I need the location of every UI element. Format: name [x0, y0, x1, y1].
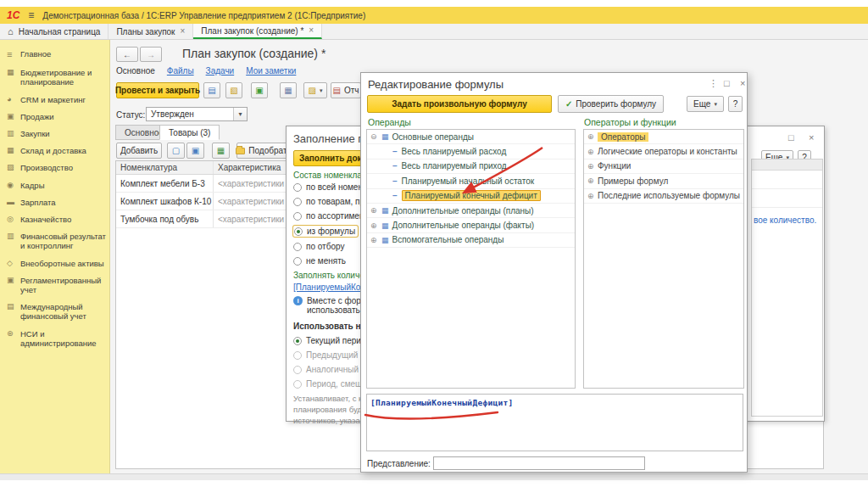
- cell-nomenclature[interactable]: Тумбочка под обувь: [116, 215, 213, 224]
- back-button[interactable]: ←: [116, 47, 138, 62]
- sources-list[interactable]: вое количество.: [751, 159, 823, 417]
- paste-row-button[interactable]: ▣: [186, 143, 204, 159]
- save-button[interactable]: ▤: [203, 82, 220, 98]
- list-item[interactable]: [752, 189, 822, 208]
- excel-button[interactable]: ▦: [212, 143, 230, 159]
- sidebar-item-finrezultat[interactable]: ▥Финансовый результат и контроллинг: [0, 229, 109, 253]
- reports-button[interactable]: ▤Отч: [331, 82, 361, 98]
- sidebar-item-reglament[interactable]: ▣Регламентированный учет: [0, 273, 109, 297]
- copy-row-button[interactable]: ▢: [167, 143, 185, 159]
- radio-no-change[interactable]: не менять: [293, 256, 346, 266]
- expand-icon[interactable]: ⊕: [587, 176, 598, 185]
- nav-link-main[interactable]: Основное: [116, 66, 155, 76]
- maximize-icon[interactable]: □: [724, 79, 730, 88]
- radio-from-formula[interactable]: из формулы: [293, 226, 358, 237]
- cell-nomenclature[interactable]: Комплект мебели Б-3: [116, 179, 213, 188]
- copy-create-button[interactable]: ▣: [251, 82, 268, 98]
- radio-by-filter[interactable]: по отбору: [293, 242, 344, 251]
- pick-items-button[interactable]: Подобрать: [236, 143, 291, 159]
- expand-icon[interactable]: ⊕: [587, 192, 598, 200]
- list-item[interactable]: [752, 171, 822, 189]
- operand-label: Весь планируемый расход: [402, 147, 507, 156]
- sidebar-item-nsi[interactable]: ⊛НСИ и администрирование: [0, 327, 109, 350]
- status-combobox[interactable]: Утвержден ▾: [146, 107, 248, 121]
- operand-total-income[interactable]: –Весь планируемый приход: [367, 160, 575, 174]
- formula-text-area[interactable]: [ПланируемыйКонечныйДефицит]: [366, 394, 743, 451]
- operators-label: Примеры формул: [598, 176, 668, 186]
- tab-purchase-plan-new[interactable]: План закупок (создание) * ×: [193, 24, 322, 39]
- expand-icon[interactable]: ⊕: [587, 162, 598, 171]
- operand-group-main[interactable]: ⊖▦Основные операнды: [367, 130, 575, 144]
- representation-input[interactable]: [433, 456, 645, 470]
- operators-group-recent[interactable]: ⊕Последние используемые формулы: [584, 189, 743, 204]
- collapse-icon[interactable]: ⊖: [370, 132, 381, 141]
- calculate-button[interactable]: ▦: [280, 82, 297, 98]
- operand-initial-balance[interactable]: –Планируемый начальный остаток: [367, 174, 575, 188]
- sidebar-item-prodazhi[interactable]: ▣Продажи: [0, 109, 109, 124]
- operators-group-functions[interactable]: ⊕Функции: [584, 160, 743, 174]
- operand-group-additional-plans[interactable]: ⊕▦Дополнительные операнды (планы): [367, 204, 575, 218]
- sidebar-item-kadry[interactable]: ◉Кадры: [0, 178, 109, 193]
- custom-formula-button[interactable]: Задать произвольную формулу: [367, 95, 552, 113]
- post-document-icon: ▧: [230, 86, 237, 95]
- sidebar-item-zarplata[interactable]: ▬Зарплата: [0, 195, 109, 210]
- chevron-down-icon[interactable]: ▾: [233, 108, 247, 120]
- sidebar-item-msfo[interactable]: ▤Международный финансовый учет: [0, 299, 109, 323]
- crm-icon: ◕: [7, 95, 20, 104]
- post-button[interactable]: ▧: [225, 82, 242, 98]
- expand-icon[interactable]: ⊕: [587, 132, 598, 141]
- radio-icon: [293, 257, 302, 266]
- forward-button[interactable]: →: [140, 47, 162, 62]
- sidebar-item-budget[interactable]: ▦Бюджетирование и планирование: [0, 65, 109, 89]
- radio-previous-period[interactable]: Предыдущий пе: [293, 350, 370, 360]
- operand-group-additional-facts[interactable]: ⊕▦Дополнительные операнды (факты): [367, 218, 575, 232]
- calculator-icon: ▦: [284, 86, 292, 95]
- close-icon[interactable]: ×: [740, 79, 745, 88]
- expand-icon[interactable]: ⊕: [370, 236, 381, 244]
- column-header-nomenclature[interactable]: Номенклатура: [116, 161, 213, 174]
- sidebar-item-glavnoe[interactable]: ≡Главное: [0, 47, 109, 63]
- expand-icon[interactable]: ⊕: [370, 221, 381, 230]
- operators-group-operators[interactable]: ⊕Операторы: [584, 130, 743, 144]
- sidebar-item-label: Международный финансовый учет: [20, 302, 107, 321]
- operand-label-highlighted: Планируемый конечный дефицит: [402, 190, 541, 201]
- sheet-tab-goods[interactable]: Товары (3): [159, 125, 220, 140]
- tab-home[interactable]: ⌂ Начальная страница: [0, 24, 108, 39]
- sidebar-item-vneoborotnye[interactable]: ◇Внеоборотные активы: [0, 256, 109, 271]
- formula-more-button[interactable]: Еще▾: [687, 96, 724, 112]
- check-formula-button[interactable]: ✓Проверить формулу: [558, 95, 664, 113]
- formula-dialog-title: Редактирование формулы: [368, 78, 504, 91]
- tab-purchase-plans[interactable]: Планы закупок ×: [108, 24, 193, 39]
- sidebar-item-label: CRM и маркетинг: [20, 95, 86, 104]
- sidebar-item-zakupki[interactable]: ▥Закупки: [0, 126, 109, 141]
- close-icon[interactable]: ×: [180, 27, 185, 36]
- create-based-on-button[interactable]: ▨▾: [303, 82, 327, 98]
- sidebar-item-proizvodstvo[interactable]: ▨Производство: [0, 160, 109, 175]
- operand-group-auxiliary[interactable]: ⊕▦Вспомогательные операнды: [367, 233, 575, 248]
- operand-total-expense[interactable]: –Весь планируемый расход: [367, 144, 575, 159]
- radio-current-period[interactable]: Текущий период: [293, 336, 370, 345]
- more-menu-icon[interactable]: ⋮: [709, 79, 718, 88]
- expand-icon[interactable]: ⊕: [587, 148, 598, 156]
- nav-link-files[interactable]: Файлы: [167, 66, 194, 76]
- sidebar-item-kaznacheystvo[interactable]: ◎Казначейство: [0, 212, 109, 227]
- gear-icon: ⊛: [7, 329, 20, 339]
- formula-help-button[interactable]: ?: [728, 96, 743, 112]
- main-menu-icon[interactable]: ≡: [28, 9, 34, 21]
- operators-group-logical[interactable]: ⊕Логические операторы и константы: [584, 144, 743, 159]
- cell-nomenclature[interactable]: Комплект шкафов К-10: [116, 197, 213, 206]
- add-row-button[interactable]: Добавить: [116, 143, 162, 159]
- operators-group-examples[interactable]: ⊕Примеры формул: [584, 174, 743, 188]
- sidebar-item-crm[interactable]: ◕CRM и маркетинг: [0, 92, 109, 107]
- maximize-icon[interactable]: □: [788, 133, 794, 143]
- close-icon[interactable]: ×: [809, 133, 814, 143]
- finresult-icon: ▥: [7, 232, 20, 241]
- nav-link-tasks[interactable]: Задачи: [206, 66, 235, 76]
- post-and-close-button[interactable]: Провести и закрыть: [116, 82, 199, 98]
- tab-home-label: Начальная страница: [19, 27, 101, 36]
- nav-link-notes[interactable]: Мои заметки: [246, 66, 296, 76]
- close-icon[interactable]: ×: [309, 26, 314, 35]
- operand-final-deficit[interactable]: –Планируемый конечный дефицит: [367, 189, 575, 204]
- expand-icon[interactable]: ⊕: [370, 206, 381, 215]
- sidebar-item-sklad[interactable]: ▦Склад и доставка: [0, 143, 109, 158]
